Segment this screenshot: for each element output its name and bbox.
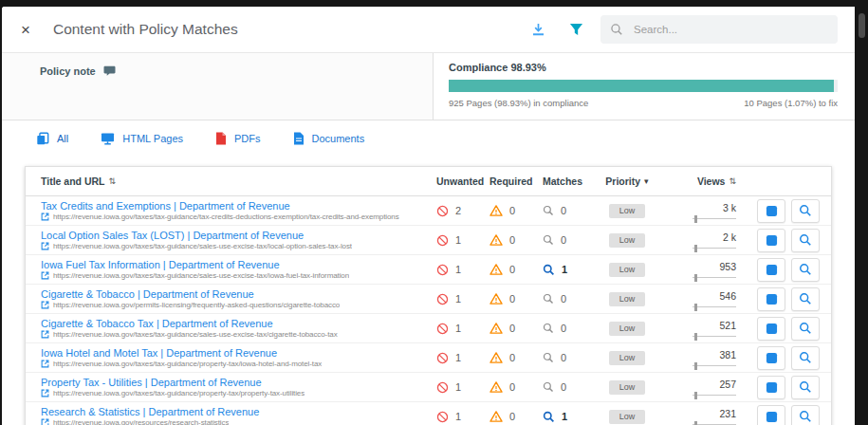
- views-count: 231: [719, 408, 736, 419]
- required-cell: 0: [489, 293, 543, 305]
- inspect-button[interactable]: [791, 376, 820, 399]
- inspect-button[interactable]: [791, 229, 820, 252]
- download-button[interactable]: [525, 17, 551, 42]
- filter-button[interactable]: [563, 17, 589, 42]
- views-slider-handle[interactable]: [694, 304, 697, 311]
- views-count: 381: [719, 349, 736, 360]
- row-url-text: https://revenue.iowa.gov/taxes/tax-guida…: [53, 242, 352, 250]
- views-slider[interactable]: [693, 218, 736, 219]
- column-matches[interactable]: Matches: [543, 176, 592, 187]
- views-slider-handle[interactable]: [694, 245, 697, 252]
- results-table: Title and URL ⇅ Unwanted Required Matche…: [25, 166, 832, 425]
- actions-cell: [742, 317, 831, 341]
- policy-note-label: Policy note: [40, 65, 96, 77]
- unwanted-cell: 1: [436, 234, 489, 247]
- search-icon-blue: [799, 233, 812, 247]
- column-required[interactable]: Required: [489, 176, 543, 187]
- inspect-button[interactable]: [791, 199, 820, 223]
- table-row: Tax Credits and Exemptions | Department …: [26, 196, 831, 226]
- required-cell-count: 0: [509, 352, 515, 363]
- row-url: https://revenue.iowa.gov/taxes/tax-guida…: [41, 389, 436, 397]
- views-cell: 546: [662, 290, 742, 307]
- search-icon-blue: [799, 380, 812, 394]
- views-slider-handle[interactable]: [694, 274, 697, 282]
- row-title-link[interactable]: Iowa Fuel Tax Information | Department o…: [41, 259, 436, 271]
- required-cell-count: 0: [509, 323, 515, 334]
- row-url-text: https://revenue.iowa.gov/permits-licensi…: [53, 301, 340, 309]
- scrollbar-thumb[interactable]: [859, 13, 865, 38]
- ban-icon: [436, 381, 449, 394]
- unwanted-cell: 1: [436, 323, 489, 335]
- tab-html-pages[interactable]: HTML Pages: [101, 132, 183, 145]
- views-slider[interactable]: [693, 277, 736, 278]
- views-slider-handle[interactable]: [694, 421, 697, 425]
- row-title-link[interactable]: Cigarette & Tobacco Tax | Department of …: [41, 318, 436, 330]
- ban-icon: [436, 234, 449, 247]
- column-label: Matches: [543, 176, 582, 187]
- unwanted-cell-count: 1: [455, 381, 461, 393]
- actions-cell: [742, 376, 831, 399]
- search-input[interactable]: [632, 23, 828, 36]
- detail-view-button[interactable]: [757, 287, 785, 311]
- search-icon: [610, 23, 623, 36]
- column-title-and-url[interactable]: Title and URL ⇅: [26, 176, 436, 187]
- tab-pdfs[interactable]: PDFs: [215, 132, 261, 145]
- column-label: Required: [489, 176, 533, 187]
- warning-icon: [489, 323, 503, 334]
- required-cell-count: 0: [509, 293, 515, 305]
- views-slider-handle[interactable]: [694, 362, 697, 370]
- matches-cell-count: 1: [562, 411, 567, 422]
- detail-view-button[interactable]: [757, 258, 785, 282]
- detail-view-button[interactable]: [757, 346, 785, 370]
- views-slider[interactable]: [693, 365, 736, 366]
- detail-view-button[interactable]: [757, 405, 785, 425]
- row-title-link[interactable]: Iowa Hotel and Motel Tax | Department of…: [41, 347, 436, 360]
- close-button[interactable]: ×: [21, 22, 30, 38]
- detail-view-button[interactable]: [757, 376, 785, 399]
- column-views[interactable]: Views ⇅: [662, 176, 742, 187]
- warning-icon: [489, 352, 503, 363]
- unwanted-cell: 1: [436, 264, 489, 276]
- external-link-icon: [41, 271, 49, 280]
- views-slider-handle[interactable]: [694, 392, 697, 399]
- tab-all[interactable]: All: [36, 132, 68, 145]
- priority-cell: Low: [592, 263, 662, 277]
- views-slider[interactable]: [693, 395, 736, 396]
- detail-view-button[interactable]: [757, 229, 785, 252]
- row-title-link[interactable]: Local Option Sales Tax (LOST) | Departme…: [41, 230, 436, 242]
- detail-view-button[interactable]: [757, 199, 785, 223]
- content-block-icon: [766, 381, 778, 394]
- views-slider-handle[interactable]: [694, 333, 697, 341]
- row-title-link[interactable]: Property Tax - Utilities | Department of…: [41, 377, 436, 389]
- inspect-button[interactable]: [791, 287, 820, 311]
- priority-cell: Low: [592, 380, 662, 395]
- row-title-link[interactable]: Research & Statistics | Department of Re…: [41, 406, 436, 418]
- download-icon: [530, 22, 546, 37]
- row-title-link[interactable]: Cigarette & Tobacco | Department of Reve…: [41, 288, 436, 301]
- views-slider[interactable]: [693, 248, 736, 249]
- required-cell: 0: [489, 205, 543, 216]
- row-url: https://revenue.iowa.gov/taxes/tax-guida…: [41, 330, 436, 339]
- inspect-button[interactable]: [791, 258, 820, 282]
- document-icon: [293, 132, 305, 145]
- views-count: 257: [719, 379, 736, 390]
- title-cell: Local Option Sales Tax (LOST) | Departme…: [26, 230, 436, 251]
- inspect-button[interactable]: [791, 317, 820, 341]
- views-slider[interactable]: [693, 336, 736, 337]
- detail-view-button[interactable]: [757, 317, 785, 341]
- warning-icon: [489, 264, 503, 275]
- tab-documents[interactable]: Documents: [293, 132, 365, 145]
- row-title-link[interactable]: Tax Credits and Exemptions | Department …: [41, 200, 436, 212]
- column-priority[interactable]: Priority ▾: [592, 176, 662, 187]
- tab-label: Documents: [312, 133, 365, 144]
- required-cell-count: 0: [509, 381, 515, 393]
- policy-note[interactable]: Policy note: [2, 53, 433, 120]
- views-slider-handle[interactable]: [694, 215, 697, 223]
- inspect-button[interactable]: [791, 346, 820, 370]
- priority-badge: Low: [609, 292, 646, 306]
- views-slider[interactable]: [693, 306, 736, 307]
- title-cell: Cigarette & Tobacco | Department of Reve…: [26, 288, 436, 310]
- inspect-button[interactable]: [791, 405, 820, 425]
- row-url-text: https://revenue.iowa.gov/taxes/tax-guida…: [53, 271, 349, 280]
- column-unwanted[interactable]: Unwanted: [436, 176, 489, 187]
